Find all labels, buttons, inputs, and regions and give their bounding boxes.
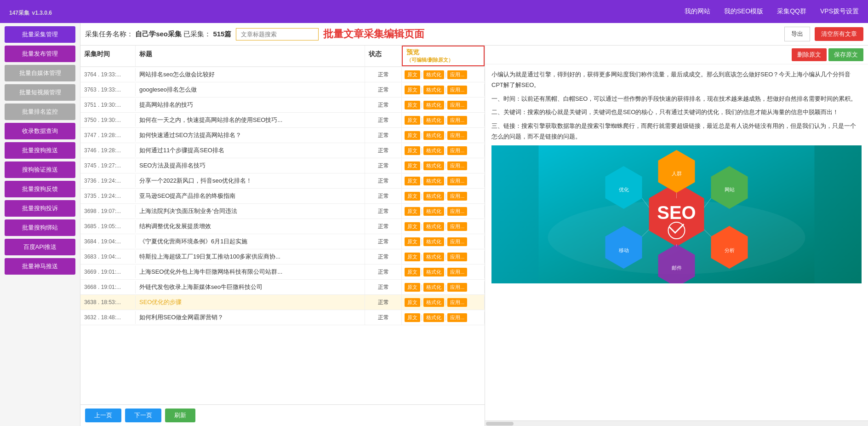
table-row[interactable]: 3668 . 19:01:... 外链代发包收录上海新媒体seo牛巨微科技公司 … bbox=[80, 280, 485, 295]
next-page-button[interactable]: 下一页 bbox=[125, 409, 161, 422]
action-geshi-button[interactable]: 格式化 bbox=[423, 222, 444, 231]
table-row[interactable]: 3684 . 19:04:... 《宁夏优化营商环境条例》6月1日起实施 正常 … bbox=[80, 234, 485, 249]
action-geshi-button[interactable]: 格式化 bbox=[423, 207, 444, 216]
action-geshi-button[interactable]: 格式化 bbox=[423, 116, 444, 125]
refresh-button[interactable]: 刷新 bbox=[165, 409, 195, 422]
action-geshi-button[interactable]: 格式化 bbox=[423, 131, 444, 140]
action-geshi-button[interactable]: 格式化 bbox=[423, 146, 444, 155]
action-geshi-button[interactable]: 格式化 bbox=[423, 177, 444, 185]
clear-all-button[interactable]: 清空所有文章 bbox=[815, 27, 863, 41]
table-row[interactable]: 3638 . 18:53:... SEO优化的步骤 正常 原文 | 格式化 | … bbox=[80, 295, 485, 310]
action-yuan-button[interactable]: 原文 bbox=[405, 161, 420, 170]
table-row[interactable]: 3669 . 19:01:... 上海SEO优化外包上海牛巨微网络科技有限公司站… bbox=[80, 265, 485, 280]
action-yingf-button[interactable]: 应用... bbox=[447, 207, 467, 216]
cell-title: 《宁夏优化营商环境条例》6月1日起实施 bbox=[136, 234, 365, 249]
action-yingf-button[interactable]: 应用... bbox=[447, 192, 467, 201]
table-row[interactable]: 3683 . 19:04:... 特斯拉上海超级工厂19日复工推动100多家供应… bbox=[80, 249, 485, 265]
action-yingf-button[interactable]: 应用... bbox=[447, 86, 467, 94]
action-yingf-button[interactable]: 应用... bbox=[447, 237, 467, 246]
action-yingf-button[interactable]: 应用... bbox=[447, 116, 467, 125]
action-yuan-button[interactable]: 原文 bbox=[405, 177, 420, 185]
sidebar-item-rank-monitor[interactable]: 批量排名监控 bbox=[5, 104, 75, 120]
sidebar-item-collect-manage[interactable]: 批量采集管理 bbox=[5, 26, 75, 43]
action-yingf-button[interactable]: 应用... bbox=[447, 146, 467, 155]
action-geshi-button[interactable]: 格式化 bbox=[423, 313, 444, 322]
cell-title: 网站排名seo怎么做会比较好 bbox=[136, 67, 365, 82]
nav-qq-group[interactable]: 采集QQ群 bbox=[777, 7, 806, 16]
action-yuan-button[interactable]: 原文 bbox=[405, 313, 420, 322]
action-yingf-button[interactable]: 应用... bbox=[447, 222, 467, 231]
table-row[interactable]: 3745 . 19:27:... SEO方法及提高排名技巧 正常 原文 | 格式… bbox=[80, 158, 485, 173]
action-geshi-button[interactable]: 格式化 bbox=[423, 237, 444, 246]
action-yingf-button[interactable]: 应用... bbox=[447, 161, 467, 170]
table-row[interactable]: 3735 . 19:24:... 亚马逊SEO提高产品排名的终极指南 正常 原文… bbox=[80, 189, 485, 204]
nav-vps[interactable]: VPS拨号设置 bbox=[820, 7, 859, 16]
action-yingf-button[interactable]: 应用... bbox=[447, 101, 467, 109]
table-row[interactable]: 3632 . 18:48:... 如何利用SEO做全网霸屏营销？ 正常 原文 |… bbox=[80, 310, 485, 325]
sidebar-item-media-manage[interactable]: 批量自媒体管理 bbox=[5, 65, 75, 81]
action-yuan-button[interactable]: 原文 bbox=[405, 207, 420, 216]
action-yuan-button[interactable]: 原文 bbox=[405, 268, 420, 276]
delete-original-button[interactable]: 删除原文 bbox=[792, 48, 827, 61]
export-button[interactable]: 导出 bbox=[784, 27, 810, 41]
table-row[interactable]: 3751 . 19:30:... 提高网站排名的技巧 正常 原文 | 格式化 |… bbox=[80, 98, 485, 113]
action-yingf-button[interactable]: 应用... bbox=[447, 177, 467, 185]
sidebar-item-sogou-push[interactable]: 批量搜狗推送 bbox=[5, 142, 75, 159]
action-geshi-button[interactable]: 格式化 bbox=[423, 268, 444, 276]
action-yuan-button[interactable]: 原文 bbox=[405, 101, 420, 109]
action-yingf-button[interactable]: 应用... bbox=[447, 131, 467, 140]
table-row[interactable]: 3698 . 19:07:... 上海法院判决'负面压制业务'合同违法 正常 原… bbox=[80, 204, 485, 219]
action-yuan-button[interactable]: 原文 bbox=[405, 116, 420, 125]
action-yuan-button[interactable]: 原文 bbox=[405, 70, 420, 79]
table-row[interactable]: 3747 . 19:28:... 如何快速通过SEO方法提高网站排名？ 正常 原… bbox=[80, 128, 485, 143]
sidebar-item-video-manage[interactable]: 批量短视频管理 bbox=[5, 84, 75, 101]
action-yuan-button[interactable]: 原文 bbox=[405, 86, 420, 94]
action-yuan-button[interactable]: 原文 bbox=[405, 298, 420, 307]
top-nav: 我的网站 我的SEO模版 采集QQ群 VPS拨号设置 bbox=[685, 7, 859, 16]
action-geshi-button[interactable]: 格式化 bbox=[423, 161, 444, 170]
horizontal-scrollbar[interactable] bbox=[485, 420, 868, 426]
action-yuan-button[interactable]: 原文 bbox=[405, 253, 420, 261]
action-yingf-button[interactable]: 应用... bbox=[447, 70, 467, 79]
action-yuan-button[interactable]: 原文 bbox=[405, 237, 420, 246]
table-row[interactable]: 3763 . 19:33:... googleseo排名怎么做 正常 原文 | … bbox=[80, 82, 485, 98]
action-geshi-button[interactable]: 格式化 bbox=[423, 192, 444, 201]
topbar: 采集任务名称： 自己学seo采集 已采集： 515篇 批量文章采集编辑页面 导出… bbox=[80, 23, 868, 46]
action-geshi-button[interactable]: 格式化 bbox=[423, 101, 444, 109]
sidebar-item-sogou-verify[interactable]: 搜狗验证推送 bbox=[5, 161, 75, 178]
action-yuan-button[interactable]: 原文 bbox=[405, 131, 420, 140]
action-geshi-button[interactable]: 格式化 bbox=[423, 86, 444, 94]
action-geshi-button[interactable]: 格式化 bbox=[423, 253, 444, 261]
action-yingf-button[interactable]: 应用... bbox=[447, 283, 467, 292]
table-row[interactable]: 3736 . 19:24:... 分享一个2022新风口，抖音seo优化排名！ … bbox=[80, 173, 485, 189]
sidebar-item-publish-manage[interactable]: 批量发布管理 bbox=[5, 46, 75, 62]
table-row[interactable]: 3750 . 19:30:... 如何在一天之内，快速提高网站排名的使用SEO技… bbox=[80, 113, 485, 128]
sidebar-item-shenma-push[interactable]: 批量神马推送 bbox=[5, 258, 75, 275]
sidebar-item-sogou-feedback[interactable]: 批量搜狗反馈 bbox=[5, 181, 75, 197]
table-row[interactable]: 3685 . 19:05:... 结构调整优化发展提质增效 正常 原文 | 格式… bbox=[80, 219, 485, 234]
action-yingf-button[interactable]: 应用... bbox=[447, 268, 467, 276]
action-geshi-button[interactable]: 格式化 bbox=[423, 70, 444, 79]
search-input[interactable] bbox=[236, 28, 319, 40]
action-yingf-button[interactable]: 应用... bbox=[447, 298, 467, 307]
action-yingf-button[interactable]: 应用... bbox=[447, 253, 467, 261]
action-yingf-button[interactable]: 应用... bbox=[447, 313, 467, 322]
separator: | bbox=[421, 162, 423, 169]
table-row[interactable]: 3746 . 19:28:... 如何通过11个步骤提高SEO排名 正常 原文 … bbox=[80, 143, 485, 158]
nav-my-seo[interactable]: 我的SEO模版 bbox=[724, 7, 764, 16]
action-geshi-button[interactable]: 格式化 bbox=[423, 298, 444, 307]
sidebar-item-baidu-push[interactable]: 百度API推送 bbox=[5, 239, 75, 255]
sidebar-item-sogou-complaint[interactable]: 批量搜狗投诉 bbox=[5, 200, 75, 217]
action-geshi-button[interactable]: 格式化 bbox=[423, 283, 444, 292]
prev-page-button[interactable]: 上一页 bbox=[85, 409, 121, 422]
cell-actions: 原文 | 格式化 | 应用... bbox=[402, 281, 485, 294]
action-yuan-button[interactable]: 原文 bbox=[405, 192, 420, 201]
save-original-button[interactable]: 保存原文 bbox=[828, 48, 863, 61]
action-yuan-button[interactable]: 原文 bbox=[405, 283, 420, 292]
table-row[interactable]: 3764 . 19:33:... 网站排名seo怎么做会比较好 正常 原文 | … bbox=[80, 67, 485, 82]
sidebar-item-sogou-bind[interactable]: 批量搜狗绑站 bbox=[5, 219, 75, 236]
nav-my-site[interactable]: 我的网站 bbox=[685, 7, 710, 16]
sidebar-item-data-query[interactable]: 收录数据查询 bbox=[5, 123, 75, 139]
action-yuan-button[interactable]: 原文 bbox=[405, 146, 420, 155]
action-yuan-button[interactable]: 原文 bbox=[405, 222, 420, 231]
